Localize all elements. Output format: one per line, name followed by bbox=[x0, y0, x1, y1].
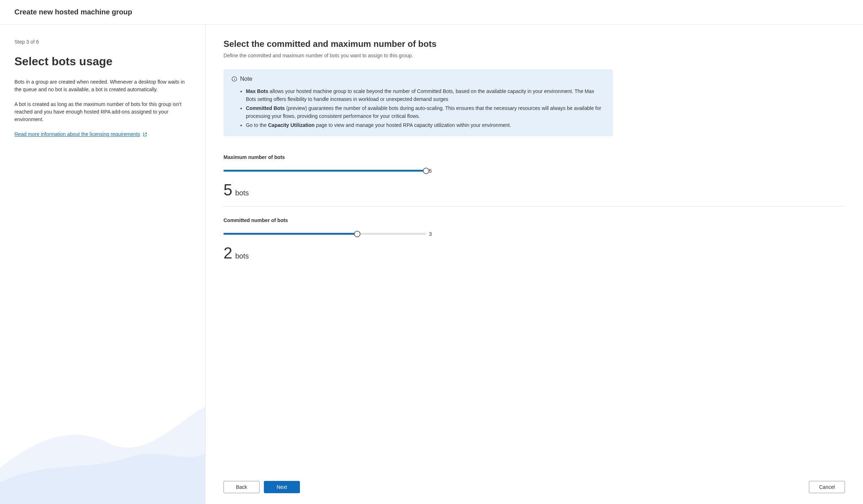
body-container: Step 3 of 6 Select bots usage Bots in a … bbox=[0, 25, 863, 504]
footer-left: Back Next bbox=[224, 481, 300, 493]
committed-bots-thumb[interactable] bbox=[354, 231, 360, 237]
committed-bots-max-value: 3 bbox=[429, 231, 436, 237]
committed-bots-slider-wrapper: 3 bbox=[224, 231, 436, 237]
max-bots-group: Maximum number of bots 5 5 bots bbox=[224, 154, 844, 199]
note-header: Note bbox=[231, 76, 605, 82]
svg-point-2 bbox=[234, 78, 234, 78]
wizard-footer: Back Next Cancel bbox=[224, 481, 845, 493]
max-bots-max-value: 5 bbox=[429, 168, 436, 174]
committed-bots-group: Committed number of bots 3 2 bots bbox=[224, 217, 844, 262]
next-button[interactable]: Next bbox=[264, 481, 300, 493]
sidebar-description-2: A bot is created as long as the maximum … bbox=[14, 101, 191, 123]
note-item-3: Go to the Capacity Utilization page to v… bbox=[246, 121, 605, 129]
committed-bots-label: Committed number of bots bbox=[224, 217, 844, 223]
max-bots-display: 5 bots bbox=[224, 181, 844, 199]
section-divider bbox=[224, 206, 844, 207]
external-link-icon bbox=[142, 132, 147, 137]
committed-bots-display: 2 bots bbox=[224, 244, 844, 262]
committed-bots-suffix: bots bbox=[235, 252, 249, 260]
note-item-1: Max Bots allows your hosted machine grou… bbox=[246, 87, 605, 103]
max-bots-label: Maximum number of bots bbox=[224, 154, 844, 160]
max-bots-value: 5 bbox=[224, 181, 232, 199]
step-indicator: Step 3 of 6 bbox=[14, 39, 191, 45]
committed-bots-fill bbox=[224, 233, 357, 235]
max-bots-fill bbox=[224, 170, 426, 172]
note-item-2: Committed Bots (preview) guarantees the … bbox=[246, 104, 605, 120]
max-bots-slider[interactable] bbox=[224, 168, 426, 174]
sidebar-heading: Select bots usage bbox=[14, 55, 191, 68]
dialog-header: Create new hosted machine group bbox=[0, 0, 863, 25]
info-icon bbox=[231, 76, 237, 82]
note-label: Note bbox=[240, 76, 252, 82]
max-bots-suffix: bots bbox=[235, 189, 249, 197]
wizard-sidebar: Step 3 of 6 Select bots usage Bots in a … bbox=[0, 25, 205, 504]
committed-bots-value: 2 bbox=[224, 244, 232, 262]
note-list: Max Bots allows your hosted machine grou… bbox=[231, 87, 605, 129]
note-box: Note Max Bots allows your hosted machine… bbox=[224, 69, 613, 136]
sidebar-decoration bbox=[0, 403, 205, 504]
slider-section: Maximum number of bots 5 5 bots Committe… bbox=[224, 154, 844, 269]
licensing-link-text: Read more information about the licensin… bbox=[14, 131, 140, 138]
main-subtitle: Define the committed and maximum number … bbox=[224, 53, 845, 58]
main-title: Select the committed and maximum number … bbox=[224, 39, 845, 49]
back-button[interactable]: Back bbox=[224, 481, 260, 493]
max-bots-slider-wrapper: 5 bbox=[224, 168, 436, 174]
cancel-button[interactable]: Cancel bbox=[809, 481, 845, 493]
dialog-title: Create new hosted machine group bbox=[14, 8, 132, 16]
max-bots-thumb[interactable] bbox=[423, 168, 429, 174]
committed-bots-slider[interactable] bbox=[224, 231, 426, 237]
main-content: Select the committed and maximum number … bbox=[205, 25, 863, 504]
licensing-link[interactable]: Read more information about the licensin… bbox=[14, 131, 147, 138]
sidebar-description-1: Bots in a group are created when needed.… bbox=[14, 78, 191, 93]
